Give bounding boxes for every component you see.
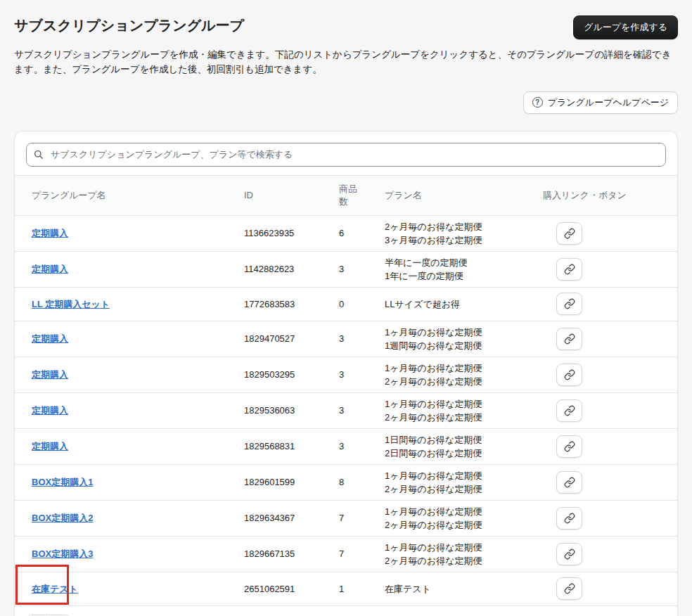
product-count: 7: [328, 500, 373, 536]
plan-name: 2ヶ月毎のお得な定期便: [385, 411, 520, 424]
table-row: BOX定期購入3182966713571ヶ月毎のお得な定期便2ヶ月毎のお得な定期…: [15, 536, 677, 572]
plan-name: 2ヶ月毎のお得な定期便: [385, 482, 520, 496]
plan-group-id: 1829503295: [233, 357, 328, 392]
plan-names: 1ヶ月毎のお得な定期便2ヶ月毎のお得な定期便: [373, 536, 532, 572]
purchase-link-button[interactable]: [556, 328, 582, 350]
product-count: 8: [328, 464, 373, 500]
plan-names: 1日間毎のお得な定期便2日間毎のお得な定期便: [373, 428, 532, 464]
plan-group-id: 1829634367: [233, 500, 328, 536]
table-row: 定期購入113662393562ヶ月毎のお得な定期便3ヶ月毎のお得な定期便: [15, 215, 677, 251]
plan-group-link[interactable]: 定期購入: [32, 441, 68, 451]
plan-names: LLサイズで超お得: [373, 287, 532, 321]
chain-link-icon: [564, 333, 575, 345]
plan-group-link[interactable]: LL 定期購入セット: [32, 299, 110, 309]
plan-group-link[interactable]: 定期購入: [32, 333, 68, 344]
purchase-link-button[interactable]: [556, 507, 582, 530]
plan-group-id: 1829667135: [233, 536, 328, 572]
product-count: 3: [328, 357, 373, 392]
chain-link-icon: [564, 264, 575, 275]
plan-name: 2ヶ月毎のお得な定期便: [385, 554, 520, 567]
purchase-link-button[interactable]: [556, 399, 582, 422]
plan-group-id: 1829470527: [233, 321, 328, 357]
search-input[interactable]: [26, 143, 666, 167]
plan-group-id: 1142882623: [233, 251, 328, 287]
purchase-link-button[interactable]: [556, 435, 582, 458]
plan-name: 1ヶ月毎のお得な定期便: [385, 361, 520, 375]
chain-link-icon: [564, 228, 575, 239]
table-row: 定期購入182950329531ヶ月毎のお得な定期便2ヶ月毎のお得な定期便: [15, 357, 677, 392]
search-icon: [33, 149, 44, 160]
plan-name: 在庫テスト: [385, 582, 520, 596]
plan-group-card: プラングループ名 ID 商品数 プラン名 購入リンク・ボタン 定期購入11366…: [14, 131, 678, 616]
plan-group-id: 1136623935: [233, 215, 328, 251]
chain-link-icon: [564, 441, 575, 452]
plan-group-link[interactable]: BOX定期購入2: [32, 513, 93, 523]
purchase-link-button[interactable]: [556, 293, 582, 315]
purchase-link-button[interactable]: [556, 222, 582, 245]
table-row: 定期購入182956883131日間毎のお得な定期便2日間毎のお得な定期便: [15, 428, 677, 464]
plan-name: 1ヶ月毎のお得な定期便: [385, 469, 520, 482]
plan-name: LLサイズで超お得: [385, 297, 520, 311]
chain-link-icon: [564, 548, 575, 560]
plan-group-link[interactable]: 定期購入: [32, 369, 68, 380]
plan-group-link[interactable]: 定期購入: [32, 405, 68, 416]
plan-group-link[interactable]: 在庫テスト: [32, 584, 78, 594]
plan-name: 1ヶ月毎のお得な定期便: [385, 541, 520, 554]
plan-name: 1ヶ月毎のお得な定期便: [385, 505, 520, 518]
plan-names: 半年に一度の定期便1年に一度の定期便: [373, 251, 532, 287]
column-header-group-name: プラングループ名: [15, 175, 233, 215]
plan-name: 半年に一度の定期便: [385, 256, 520, 269]
purchase-link-button[interactable]: [556, 258, 582, 281]
search-bar: [26, 143, 666, 167]
plan-group-table: プラングループ名 ID 商品数 プラン名 購入リンク・ボタン 定期購入11366…: [15, 175, 677, 606]
purchase-link-button[interactable]: [556, 577, 582, 600]
plan-name: 2ヶ月毎のお得な定期便: [385, 375, 520, 388]
table-header-row: プラングループ名 ID 商品数 プラン名 購入リンク・ボタン: [15, 175, 677, 215]
plan-name: 1ヶ月毎のお得な定期便: [385, 326, 520, 339]
product-count: 0: [328, 287, 373, 321]
help-button-label: プラングループヘルプページ: [548, 96, 669, 109]
table-row: 在庫テスト26510625911在庫テスト: [15, 572, 677, 605]
plan-name: 1ヶ月毎のお得な定期便: [385, 397, 520, 411]
product-count: 7: [328, 536, 373, 572]
create-group-button[interactable]: グループを作成する: [573, 15, 678, 39]
chain-link-icon: [564, 477, 575, 488]
plan-group-id: 1829601599: [233, 464, 328, 500]
page-title: サブスクリプションプラングループ: [14, 15, 244, 35]
product-count: 3: [328, 428, 373, 464]
plan-names: 1ヶ月毎のお得な定期便2ヶ月毎のお得な定期便: [373, 357, 532, 392]
chain-link-icon: [564, 405, 575, 416]
column-header-plan-name: プラン名: [373, 175, 532, 215]
purchase-link-button[interactable]: [556, 543, 582, 565]
chain-link-icon: [564, 369, 575, 380]
plan-group-id: 2651062591: [233, 572, 328, 605]
plan-group-link[interactable]: 定期購入: [32, 228, 68, 238]
plan-name: 2ヶ月毎のお得な定期便: [385, 220, 520, 233]
purchase-link-button[interactable]: [556, 364, 582, 386]
table-row: 定期購入182947052731ヶ月毎のお得な定期便1週間毎のお得な定期便: [15, 321, 677, 357]
plan-group-link[interactable]: 定期購入: [32, 264, 68, 274]
page: サブスクリプションプラングループ グループを作成する サブスクリプションプラング…: [0, 0, 692, 616]
purchase-link-button[interactable]: [556, 471, 582, 494]
plan-names: 1ヶ月毎のお得な定期便1週間毎のお得な定期便: [373, 321, 532, 357]
plan-name: 2日間毎のお得な定期便: [385, 447, 520, 460]
plan-group-link[interactable]: BOX定期購入1: [32, 477, 93, 487]
product-count: 6: [328, 215, 373, 251]
help-button[interactable]: ? プラングループヘルプページ: [523, 91, 678, 114]
help-row: ? プラングループヘルプページ: [14, 91, 678, 114]
product-count: 3: [328, 251, 373, 287]
product-count: 3: [328, 321, 373, 357]
product-count: 3: [328, 392, 373, 428]
plan-names: 1ヶ月毎のお得な定期便2ヶ月毎のお得な定期便: [373, 392, 532, 428]
table-row: 定期購入182953606331ヶ月毎のお得な定期便2ヶ月毎のお得な定期便: [15, 392, 677, 428]
column-header-id: ID: [233, 175, 328, 215]
column-header-product-count: 商品数: [328, 175, 373, 215]
plan-group-link[interactable]: BOX定期購入3: [32, 548, 93, 559]
product-count: 1: [328, 572, 373, 605]
table-row: BOX定期購入2182963436771ヶ月毎のお得な定期便2ヶ月毎のお得な定期…: [15, 500, 677, 536]
plan-name: 1日間毎のお得な定期便: [385, 433, 520, 447]
plan-name: 2ヶ月毎のお得な定期便: [385, 518, 520, 532]
chain-link-icon: [564, 513, 575, 524]
plan-name: 1年に一度の定期便: [385, 269, 520, 283]
plan-name: 1週間毎のお得な定期便: [385, 339, 520, 352]
